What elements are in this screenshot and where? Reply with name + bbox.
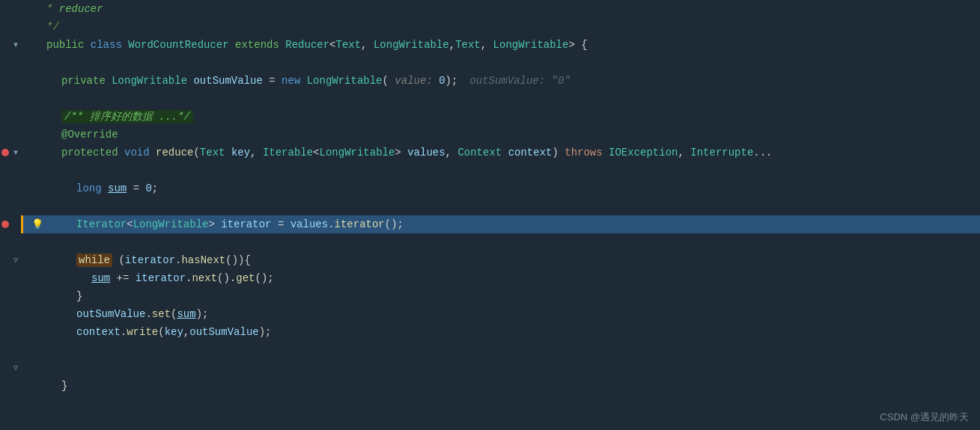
type-lw3: LongWritable [112,75,193,87]
fold-line-method[interactable]: ▼ [10,144,21,162]
param-text: Text [200,147,231,159]
code-row-5: private LongWritable outSumValue = new L… [21,72,980,90]
param-hint: value: [395,75,439,87]
fold-line [10,18,21,36]
code-text-16: sum += iterator.next().get(); [87,272,274,284]
code-row-4 [21,54,980,72]
code-row-9: protected void reduce(Text key, Iterable… [21,144,980,162]
var-sum: sum [108,182,127,194]
fold-icon-method: ▼ [13,149,18,157]
code-row-10 [21,162,980,179]
next-parens: (). [217,272,236,284]
active-dot [1,221,9,228]
type-lw1: LongWritable [374,39,449,51]
parent-class: Reducer [285,39,329,51]
kw-public: public [46,39,91,51]
method-hasnext: hasNext [181,254,225,266]
dot-5: . [121,326,127,338]
values-ref: values [290,218,328,230]
gutter-line [0,179,10,197]
plus-eq: += [110,272,136,284]
code-row-22: } [21,377,980,395]
inline-hint: outSumValue: "0" [469,75,570,87]
type-text2: Text [455,39,481,51]
comma-p2: , [445,147,458,159]
fold-line [10,72,21,90]
code-text-20 [42,344,52,356]
paren-close: ); [445,75,458,87]
gutter-line [0,90,10,108]
get-parens: (); [255,272,274,284]
code-text-3: public class WordCountReducer extends Re… [42,39,588,51]
fold-line [10,269,21,287]
type-iterable: Iterable [263,147,313,159]
type-lw2: LongWritable [493,39,569,51]
code-text-4 [42,57,52,69]
method-open-brace: ... [753,147,772,159]
gutter-line [0,0,10,18]
comma-write: , [183,326,189,338]
active-line-bar [21,215,23,233]
gutter-line [0,36,10,54]
iter-generic-lw: LongWritable [133,218,209,230]
kw-class: class [91,39,128,51]
zero-val: 0 [439,75,445,87]
method-get: get [236,272,255,284]
bulb-icon[interactable]: 💡 [31,218,43,230]
comma-p1: , [250,147,263,159]
dot-1: . [328,218,334,230]
type-context: Context [457,147,508,159]
iter-generic-close: > [208,218,221,230]
sum-ref-2: sum [177,308,195,320]
code-text-9: protected void reduce(Text key, Iterable… [57,147,773,159]
semicolon-sum: ; [152,182,158,194]
code-text-12 [42,200,52,212]
new-lw: LongWritable [307,75,383,87]
code-row-16: sum += iterator.next().get(); [21,269,980,287]
code-row-2: */ [21,18,980,36]
zero-sum: 0 [145,182,151,194]
generic-open: < [313,147,319,159]
kw-private: private [61,75,112,87]
gutter-line [0,72,10,90]
code-row-18: outSumValue.set(sum); [21,305,980,323]
gutter-line [0,197,10,215]
gutter-line [0,126,10,144]
kw-protected: protected [61,147,124,159]
debug-breakpoint-line [0,144,10,162]
code-text-10 [42,165,52,176]
csdn-watermark: CSDN @遇见的昨天 [880,411,969,424]
fold-line [10,215,21,233]
sum-assign: = [127,182,145,194]
type-iterator: Iterator [76,218,127,230]
fold-line-class[interactable]: ▼ [10,36,21,54]
comment-block-text: /** 排序好的数据 ...*/ [61,110,193,123]
method-next: next [192,272,217,284]
iter-assign: = [278,218,290,230]
method-iterator: iterator [335,218,385,230]
class-name: WordCountReducer [128,39,235,51]
fold-line [10,179,21,197]
comma-2: , [449,39,455,51]
exception-ioex: IOException [609,147,678,159]
code-row-17: } [21,287,980,305]
code-row-14 [21,233,980,251]
code-text-17: } [72,290,82,302]
exception-interrupted: Interrupte [690,147,753,159]
fold-line-while[interactable]: ▽ [10,251,21,269]
fold-line [10,233,21,251]
var-iterator: iterator [221,218,278,230]
kw-extends: extends [235,39,285,51]
code-text-15: while (iterator.hasNext()){ [72,254,251,266]
kw-void: void [124,147,156,159]
code-text-8: @Override [57,129,118,141]
fold-gutter: ▼ ▼ ▽ ▽ [10,0,21,430]
code-text-7: /** 排序好的数据 ...*/ [57,110,193,123]
kw-throws: throws [564,147,609,159]
fold-line-class-end[interactable]: ▽ [10,359,21,377]
sum-ref: sum [91,272,110,284]
param-values: values [407,147,445,159]
fold-line [10,54,21,72]
fold-icon-class: ▼ [13,41,18,49]
comment-text-2: */ [46,21,59,33]
